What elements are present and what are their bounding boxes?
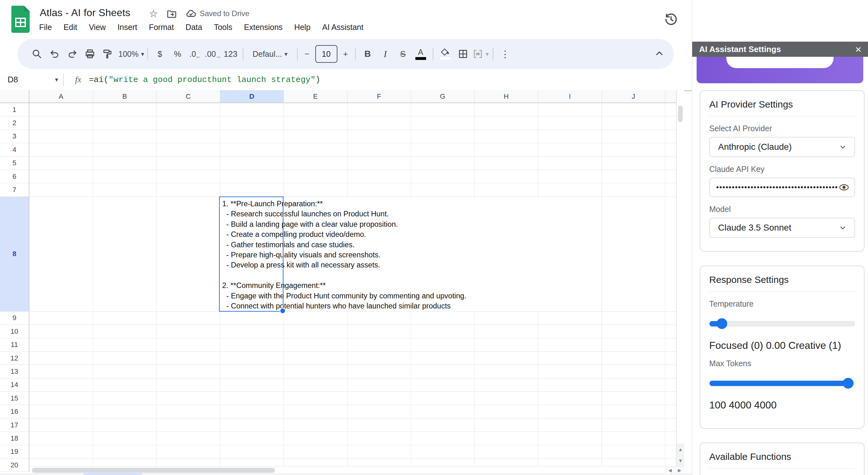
cell-J15[interactable] <box>602 392 666 405</box>
cell-C18[interactable] <box>157 432 220 445</box>
cell-partial-17[interactable] <box>665 418 676 432</box>
cell-I15[interactable] <box>538 392 602 405</box>
cell-G17[interactable] <box>411 418 475 432</box>
cell-E4[interactable] <box>284 143 347 157</box>
cell-E9[interactable] <box>284 312 347 325</box>
cell-J1[interactable] <box>602 103 666 116</box>
cell-F10[interactable] <box>347 325 411 338</box>
cell-B19[interactable] <box>93 445 157 459</box>
cell-H9[interactable] <box>475 312 538 325</box>
cell-B4[interactable] <box>93 143 157 157</box>
cell-G14[interactable] <box>411 378 475 392</box>
cell-J7[interactable] <box>602 183 666 197</box>
star-icon[interactable]: ☆ <box>149 7 158 20</box>
cell-A16[interactable] <box>29 405 93 418</box>
menu-format[interactable]: Format <box>149 23 174 32</box>
menu-data[interactable]: Data <box>186 23 202 32</box>
move-folder-icon[interactable] <box>166 8 177 19</box>
paint-format-icon[interactable] <box>99 45 117 63</box>
cell-B2[interactable] <box>93 116 157 130</box>
row-header-20[interactable]: 20 <box>0 459 29 472</box>
column-header-F[interactable]: F <box>347 90 411 103</box>
cell-H3[interactable] <box>475 130 538 143</box>
cell-A8[interactable] <box>29 197 93 312</box>
cell-C9[interactable] <box>157 312 220 325</box>
cell-H17[interactable] <box>475 418 538 432</box>
cell-H1[interactable] <box>475 103 538 116</box>
menu-file[interactable]: File <box>39 23 52 32</box>
italic-button[interactable]: I <box>377 45 394 63</box>
redo-icon[interactable] <box>63 45 81 63</box>
cell-B11[interactable] <box>93 338 157 352</box>
cell-partial-15[interactable] <box>665 392 676 405</box>
number-format-button[interactable]: 123 <box>222 45 240 63</box>
cell-D4[interactable] <box>220 143 284 157</box>
row-header-12[interactable]: 12 <box>0 352 29 365</box>
cell-C8[interactable] <box>157 197 220 312</box>
cell-I12[interactable] <box>538 352 602 365</box>
merge-cells-button[interactable]: ▾ <box>472 45 490 63</box>
cell-G11[interactable] <box>411 338 475 352</box>
temperature-slider-thumb[interactable] <box>716 318 727 329</box>
borders-button[interactable] <box>454 45 472 63</box>
menu-ai-assistant[interactable]: AI Assistant <box>322 23 364 32</box>
row-header-3[interactable]: 3 <box>0 130 29 143</box>
cell-G10[interactable] <box>411 325 475 338</box>
cell-J16[interactable] <box>602 405 666 418</box>
cell-partial-6[interactable] <box>665 170 676 183</box>
cell-I1[interactable] <box>538 103 602 116</box>
cell-F2[interactable] <box>347 116 411 130</box>
cell-F1[interactable] <box>347 103 411 116</box>
cell-J11[interactable] <box>602 338 666 352</box>
cell-A12[interactable] <box>29 352 93 365</box>
cell-J19[interactable] <box>602 445 666 459</box>
cell-E7[interactable] <box>284 183 347 197</box>
cell-C11[interactable] <box>157 338 220 352</box>
cell-F3[interactable] <box>347 130 411 143</box>
cell-B9[interactable] <box>93 312 157 325</box>
cell-F18[interactable] <box>347 432 411 445</box>
cell-B5[interactable] <box>93 157 157 170</box>
cell-C14[interactable] <box>157 378 220 392</box>
cell-D19[interactable] <box>220 445 284 459</box>
cell-J2[interactable] <box>602 116 666 130</box>
cell-I19[interactable] <box>538 445 602 459</box>
cell-D5[interactable] <box>220 157 284 170</box>
cell-J6[interactable] <box>602 170 666 183</box>
row-header-9[interactable]: 9 <box>0 312 29 325</box>
cell-J5[interactable] <box>602 157 666 170</box>
cell-E18[interactable] <box>284 432 347 445</box>
column-header-partial[interactable] <box>665 90 676 103</box>
cell-B1[interactable] <box>93 103 157 116</box>
column-header-B[interactable]: B <box>93 90 157 103</box>
cell-B3[interactable] <box>93 130 157 143</box>
cell-E6[interactable] <box>284 170 347 183</box>
cell-C19[interactable] <box>157 445 220 459</box>
cell-H5[interactable] <box>475 157 538 170</box>
cell-F9[interactable] <box>347 312 411 325</box>
cell-H18[interactable] <box>475 432 538 445</box>
column-header-I[interactable]: I <box>538 90 602 103</box>
cell-D18[interactable] <box>220 432 284 445</box>
text-color-button[interactable]: A <box>412 45 430 63</box>
menu-view[interactable]: View <box>89 23 106 32</box>
document-title[interactable]: Atlas - AI for Sheets <box>40 7 130 19</box>
column-header-A[interactable]: A <box>29 90 93 103</box>
cell-E14[interactable] <box>284 378 347 392</box>
cell-partial-8[interactable] <box>665 197 676 312</box>
version-history-icon[interactable] <box>664 12 678 27</box>
row-header-2[interactable]: 2 <box>0 116 29 130</box>
cell-G2[interactable] <box>411 116 475 130</box>
cell-A15[interactable] <box>29 392 93 405</box>
cell-C12[interactable] <box>157 352 220 365</box>
cell-E12[interactable] <box>284 352 347 365</box>
column-header-C[interactable]: C <box>157 90 220 103</box>
cell-G3[interactable] <box>411 130 475 143</box>
row-header-10[interactable]: 10 <box>0 325 29 338</box>
max-tokens-slider[interactable] <box>709 381 855 386</box>
cell-F4[interactable] <box>347 143 411 157</box>
cell-I11[interactable] <box>538 338 602 352</box>
cell-B10[interactable] <box>93 325 157 338</box>
row-header-5[interactable]: 5 <box>0 157 29 170</box>
name-box[interactable]: D8 ▾ <box>0 75 63 84</box>
